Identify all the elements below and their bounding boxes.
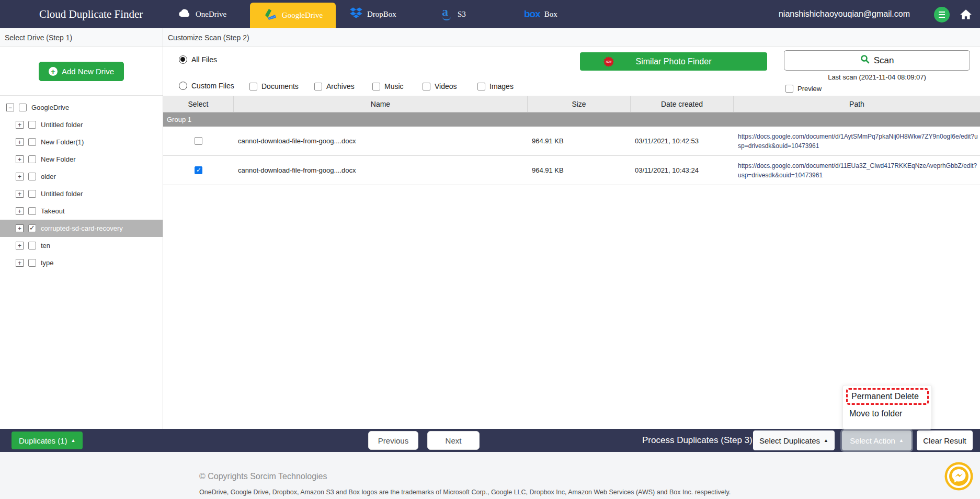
expand-icon[interactable]: + [16,138,24,146]
preview-checkbox[interactable] [785,85,793,93]
home-icon [959,8,973,21]
expand-icon[interactable]: + [16,224,24,232]
images-checkbox[interactable] [477,83,485,90]
scan-panel-header: Customize Scan (Step 2) [163,28,980,47]
account-menu-button[interactable] [934,7,950,22]
tree-label: Untitled folder [41,190,83,198]
scan-button[interactable]: Scan [784,50,970,71]
expand-icon[interactable]: + [16,155,24,163]
magnifier-icon [860,54,870,66]
process-duplicates-label: Process Duplicates (Step 3) [642,429,753,452]
expand-icon[interactable]: + [16,190,24,198]
all-files-option[interactable]: All Files [179,55,217,64]
select-action-menu: Permanent Delete Move to folder [842,385,932,429]
row-checkbox[interactable] [195,166,202,174]
tree-item-untitled-folder-2[interactable]: + Untitled folder [0,185,163,202]
account-email: nianshishichaoyouqian@gmail.com [779,0,910,28]
filetype-music[interactable]: Music [372,82,404,90]
expand-icon[interactable]: + [16,173,24,180]
filetype-videos[interactable]: Videos [423,82,457,90]
expand-icon[interactable]: + [16,121,24,129]
documents-checkbox[interactable] [249,83,257,90]
select-action-button[interactable]: Select Action ▲ [842,430,911,450]
scan-label: Scan [874,55,894,66]
messenger-chat-button[interactable] [944,462,973,491]
music-checkbox[interactable] [372,83,380,90]
filetype-images[interactable]: Images [477,82,514,90]
tree-item-older[interactable]: + older [0,168,163,185]
tab-onedrive[interactable]: OneDrive [178,0,226,28]
videos-checkbox[interactable] [423,83,430,90]
tree-checkbox[interactable] [28,173,36,180]
file-path: https://docs.google.com/document/d/1AytS… [734,127,980,156]
tree-checkbox[interactable] [28,155,36,163]
col-size[interactable]: Size [528,96,631,112]
clear-result-button[interactable]: Clear Result [917,430,973,450]
tab-label: Box [544,10,557,19]
collapse-icon[interactable]: − [6,104,14,111]
top-header: Cloud Duplicate Finder OneDrive GoogleDr… [0,0,980,28]
all-files-radio[interactable] [179,55,187,64]
col-name[interactable]: Name [234,96,528,112]
filetype-documents[interactable]: Documents [249,82,299,90]
previous-button[interactable]: Previous [368,431,418,450]
folder-tree: − GoogleDrive + Untitled folder + New Fo… [0,96,163,271]
file-date: 03/11/2021, 10:43:24 [631,156,734,185]
tree-item-corrupted-sd-card-recovery[interactable]: + corrupted-sd-card-recovery [0,220,163,237]
preview-option[interactable]: Preview [785,85,822,93]
archives-checkbox[interactable] [314,83,322,90]
tree-checkbox[interactable] [19,104,27,111]
tree-item-untitled-folder[interactable]: + Untitled folder [0,116,163,133]
menu-item-move-to-folder[interactable]: Move to folder [843,407,931,421]
tab-label: OneDrive [196,10,226,19]
similar-photo-finder-button[interactable]: NEW Similar Photo Finder [580,52,767,71]
filetype-archives[interactable]: Archives [314,82,355,90]
googledrive-icon [263,7,278,24]
file-name: cannot-download-file-from-goog....docx [234,127,528,156]
tree-label: New Folder [41,155,75,163]
tree-checkbox[interactable] [28,207,36,215]
app-title: Cloud Duplicate Finder [39,0,143,28]
caret-up-icon: ▲ [824,438,828,443]
table-header-row: Select Name Size Date created Path [163,96,980,112]
tree-item-new-folder-1[interactable]: + New Folder(1) [0,133,163,151]
tree-checkbox[interactable] [28,121,36,129]
tab-box[interactable]: box Box [524,0,557,28]
table-row[interactable]: cannot-download-file-from-goog....docx 9… [163,156,980,185]
onedrive-cloud-icon [178,8,191,20]
row-checkbox[interactable] [195,137,202,145]
tab-googledrive[interactable]: GoogleDrive [250,3,336,28]
spf-label: Similar Photo Finder [636,57,712,66]
menu-item-permanent-delete[interactable]: Permanent Delete [846,388,929,405]
new-badge-icon: NEW [603,56,614,69]
add-new-drive-button[interactable]: + Add New Drive [39,62,124,81]
custom-files-radio[interactable] [179,82,187,90]
next-button[interactable]: Next [427,431,480,450]
select-duplicates-button[interactable]: Select Duplicates ▲ [753,430,835,450]
tree-checkbox[interactable] [28,138,36,146]
expand-icon[interactable]: + [16,259,24,267]
tree-item-takeout[interactable]: + Takeout [0,202,163,220]
tree-checkbox[interactable] [28,242,36,249]
expand-icon[interactable]: + [16,242,24,249]
col-date-created[interactable]: Date created [631,96,734,112]
tree-checkbox[interactable] [28,259,36,267]
tree-checkbox[interactable] [28,190,36,198]
tree-item-ten[interactable]: + ten [0,237,163,254]
tree-item-new-folder[interactable]: + New Folder [0,151,163,168]
tab-label: S3 [458,10,466,19]
col-select[interactable]: Select [163,96,234,112]
table-row[interactable]: cannot-download-file-from-goog....docx 9… [163,127,980,156]
tab-s3[interactable]: a S3 [442,0,466,28]
sidebar-header: Select Drive (Step 1) [0,28,163,47]
tree-item-type[interactable]: + type [0,254,163,271]
home-button[interactable] [959,8,973,21]
col-path[interactable]: Path [734,96,980,112]
tree-item-googledrive[interactable]: − GoogleDrive [0,99,163,116]
tab-dropbox[interactable]: DropBox [349,0,396,28]
copyright-text: © Copyrights Sorcim Technologies [199,472,327,481]
duplicates-dropdown-button[interactable]: Duplicates (1) ▲ [12,432,83,449]
custom-files-option[interactable]: Custom Files [179,82,234,90]
tree-checkbox[interactable] [28,224,36,232]
expand-icon[interactable]: + [16,207,24,215]
